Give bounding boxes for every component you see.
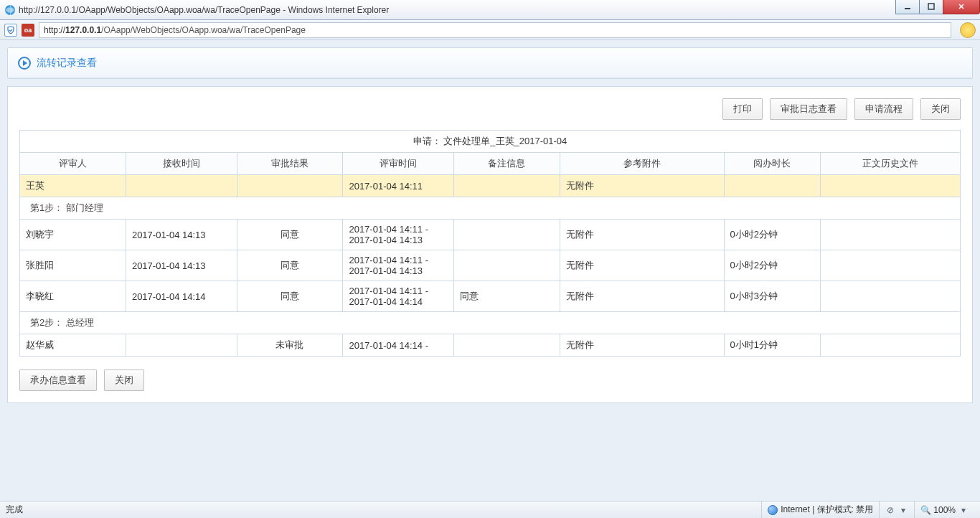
cell-receive-time	[126, 175, 237, 197]
step-row: 第2步： 总经理	[20, 312, 961, 334]
ie-icon	[4, 4, 16, 16]
table-row: 刘晓宇2017-01-04 14:13同意2017-01-04 14:11 - …	[20, 220, 961, 250]
cell-remark: 同意	[454, 281, 560, 312]
shield-icon[interactable]	[4, 24, 17, 37]
cell-history-file	[820, 334, 960, 357]
cell-review-time: 2017-01-04 14:11 - 2017-01-04 14:13	[343, 250, 454, 281]
apply-title-row: 申请： 文件处理单_王英_2017-01-04	[20, 131, 961, 153]
cell-attachment: 无附件	[560, 175, 724, 197]
col-history-file: 正文历史文件	[820, 153, 960, 175]
cell-approval-result	[237, 175, 343, 197]
cell-review-time: 2017-01-04 14:11 - 2017-01-04 14:13	[343, 220, 454, 250]
url-path: /OAapp/WebObjects/OAapp.woa/wa/TraceOpen…	[101, 25, 306, 35]
cell-approval-result: 未审批	[237, 334, 343, 357]
status-bar: 完成 Internet | 保护模式: 禁用 ⊘ ▾ 🔍 100% ▾	[0, 501, 980, 518]
cell-approval-result: 同意	[237, 281, 343, 312]
cell-duration	[724, 175, 820, 197]
cell-history-file	[820, 175, 960, 197]
body-panel: 打印 审批日志查看 申请流程 关闭 申请： 文件处理单_王英_2017-01-0…	[7, 86, 973, 403]
page-title: 流转记录查看	[37, 57, 97, 70]
sponsor-info-button[interactable]: 承办信息查看	[19, 369, 97, 391]
globe-icon	[768, 505, 778, 515]
col-approval-result: 审批结果	[237, 153, 343, 175]
svg-rect-2	[928, 4, 934, 9]
col-review-time: 评审时间	[343, 153, 454, 175]
security-off-icon: ⊘	[885, 505, 895, 515]
step-row: 第1步： 部门经理	[20, 197, 961, 220]
cell-remark	[454, 220, 560, 250]
status-zone: Internet | 保护模式: 禁用	[761, 501, 879, 518]
step-label: 第1步： 部门经理	[20, 197, 961, 220]
panel-header: 流转记录查看	[8, 48, 972, 78]
cell-duration: 0小时2分钟	[724, 220, 820, 250]
cell-duration: 0小时2分钟	[724, 250, 820, 281]
viewport: 流转记录查看 打印 审批日志查看 申请流程 关闭 申请： 文件处理单_王英_20…	[0, 40, 980, 501]
close-button-top[interactable]: 关闭	[920, 98, 961, 120]
cell-remark	[454, 175, 560, 197]
cell-approval-result: 同意	[237, 250, 343, 281]
minimize-button[interactable]	[895, 0, 920, 14]
cell-duration: 0小时3分钟	[724, 281, 820, 312]
cell-approval-result: 同意	[237, 220, 343, 250]
header-panel: 流转记录查看	[7, 47, 973, 79]
close-button-bottom[interactable]: 关闭	[104, 369, 144, 391]
url-scheme: http://	[44, 25, 65, 35]
bottom-button-row: 承办信息查看 关闭	[19, 369, 961, 391]
cell-review-time: 2017-01-04 14:11 - 2017-01-04 14:14	[343, 281, 454, 312]
cell-reviewer: 王英	[20, 175, 126, 197]
arrow-right-icon	[18, 57, 31, 70]
chevron-down-icon: ▾	[958, 505, 969, 515]
url-input[interactable]: http://127.0.0.1/OAapp/WebObjects/OAapp.…	[39, 22, 951, 38]
table-row: 李晓红2017-01-04 14:14同意2017-01-04 14:11 - …	[20, 281, 961, 312]
magnifier-icon: 🔍	[920, 505, 930, 515]
col-remark: 备注信息	[454, 153, 560, 175]
cell-attachment: 无附件	[560, 250, 724, 281]
cell-receive-time: 2017-01-04 14:13	[126, 220, 237, 250]
col-reviewer: 评审人	[20, 153, 126, 175]
col-attachment: 参考附件	[560, 153, 724, 175]
window-close-button[interactable]	[943, 0, 980, 14]
print-button[interactable]: 打印	[722, 98, 763, 120]
col-receive-time: 接收时间	[126, 153, 237, 175]
col-duration: 阅办时长	[724, 153, 820, 175]
cell-reviewer: 李晓红	[20, 281, 126, 312]
window-title: http://127.0.0.1/OAapp/WebObjects/OAapp.…	[19, 5, 389, 15]
app-icon: oa	[22, 24, 34, 37]
approval-log-button[interactable]: 审批日志查看	[770, 98, 847, 120]
cell-receive-time: 2017-01-04 14:14	[126, 281, 237, 312]
window-titlebar: http://127.0.0.1/OAapp/WebObjects/OAapp.…	[0, 0, 980, 20]
table-row: 赵华威未审批2017-01-04 14:14 -无附件0小时1分钟	[20, 334, 961, 357]
apply-title: 申请： 文件处理单_王英_2017-01-04	[20, 131, 961, 153]
status-done: 完成	[6, 504, 23, 516]
cell-remark	[454, 250, 560, 281]
cell-history-file	[820, 250, 960, 281]
zoom-value: 100%	[933, 505, 956, 515]
maximize-button[interactable]	[919, 0, 943, 14]
cell-attachment: 无附件	[560, 220, 724, 250]
top-button-row: 打印 审批日志查看 申请流程 关闭	[19, 98, 961, 120]
step-label: 第2步： 总经理	[20, 312, 961, 334]
cell-history-file	[820, 281, 960, 312]
cell-receive-time: 2017-01-04 14:13	[126, 250, 237, 281]
cell-history-file	[820, 220, 960, 250]
url-host: 127.0.0.1	[65, 25, 101, 35]
address-bar-row: oa http://127.0.0.1/OAapp/WebObjects/OAa…	[0, 20, 980, 40]
initial-row: 王英 2017-01-04 14:11 无附件	[20, 175, 961, 197]
cell-receive-time	[126, 334, 237, 357]
header-row: 评审人 接收时间 审批结果 评审时间 备注信息 参考附件 阅办时长 正文历史文件	[20, 153, 961, 175]
compat-icon[interactable]	[960, 22, 976, 38]
apply-flow-button[interactable]: 申请流程	[854, 98, 913, 120]
cell-remark	[454, 334, 560, 357]
window-buttons	[896, 0, 980, 14]
status-security[interactable]: ⊘ ▾	[879, 501, 914, 518]
trace-table: 申请： 文件处理单_王英_2017-01-04 评审人 接收时间 审批结果 评审…	[19, 130, 961, 357]
cell-reviewer: 赵华威	[20, 334, 126, 357]
chevron-down-icon: ▾	[898, 505, 908, 515]
table-row: 张胜阳2017-01-04 14:13同意2017-01-04 14:11 - …	[20, 250, 961, 281]
cell-reviewer: 张胜阳	[20, 250, 126, 281]
cell-duration: 0小时1分钟	[724, 334, 820, 357]
cell-attachment: 无附件	[560, 281, 724, 312]
cell-attachment: 无附件	[560, 334, 724, 357]
status-zoom[interactable]: 🔍 100% ▾	[914, 501, 974, 518]
cell-review-time: 2017-01-04 14:14 -	[343, 334, 454, 357]
